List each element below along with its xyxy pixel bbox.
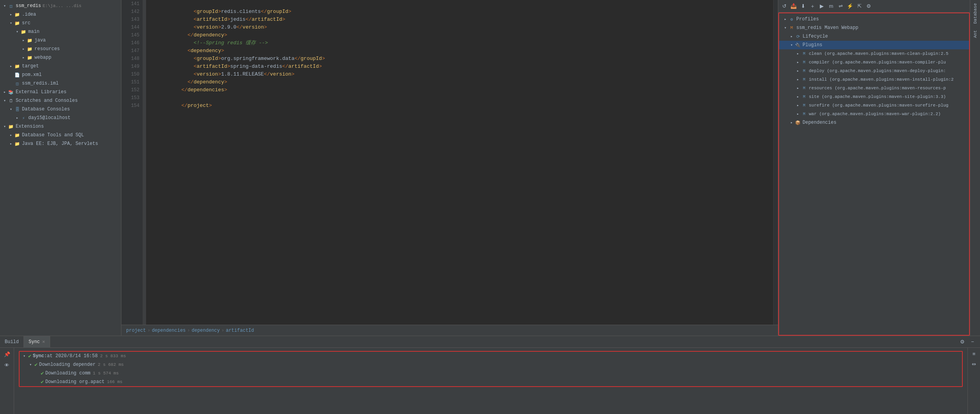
arrow-deploy [795, 68, 801, 74]
tree-item-target[interactable]: 📁 target [0, 62, 121, 71]
sync-tab[interactable]: Sync ✕ [24, 336, 50, 348]
maven-item-site[interactable]: M site (org.apache.maven.plugins:maven-s… [779, 92, 969, 101]
download-button[interactable]: ⬇ [799, 2, 807, 11]
bottom-settings-btn[interactable]: ⚙ [958, 338, 967, 346]
tree-item-ext-libs[interactable]: 📚 External Libraries [0, 88, 121, 96]
module-icon-iml: ◫ [14, 80, 20, 87]
tree-item-iml[interactable]: ◫ ssm_redis.iml [0, 79, 121, 88]
tree-item-scratches[interactable]: 🗒 Scratches and Consoles [0, 96, 121, 105]
tree-item-src[interactable]: 📁 src [0, 19, 121, 27]
sync-tab-close[interactable]: ✕ [42, 339, 45, 345]
tree-label-pom: pom.xml [22, 72, 42, 78]
editor-content: 141 142 143 144 145 146 147 148 149 150 … [121, 0, 778, 325]
tree-item-day15[interactable]: ⚡ day15@localhost [0, 114, 121, 122]
maven-icon: M [788, 25, 795, 31]
arrow-extensions [2, 123, 8, 130]
maven-item-clean[interactable]: M clean (org.apache.maven.plugins:maven-… [779, 49, 969, 58]
maven-item-dependencies[interactable]: 📦 Dependencies [779, 118, 969, 127]
breadcrumb-artifactid[interactable]: artifactId [226, 328, 254, 333]
tree-item-resources[interactable]: 📁 resources [0, 45, 121, 53]
arrow-ssm-redis [2, 3, 8, 9]
deps-icon: 📦 [795, 119, 801, 126]
add-button[interactable]: ＋ [808, 2, 817, 11]
bottom-right-toolbar: ≡ ⇔ [967, 348, 980, 414]
build-row-apache: ✔ Downloading org.apact 166 ms [32, 378, 962, 386]
breadcrumb-sep-3: › [221, 328, 224, 333]
tree-label-ext-libs: External Libraries [16, 89, 67, 95]
build-tab[interactable]: Build [0, 336, 24, 348]
arrow-webapp-maven [782, 25, 788, 31]
maven-item-plugins[interactable]: 🔌 Plugins [779, 41, 969, 49]
deploy-icon: M [801, 68, 807, 74]
arrow-install [795, 76, 801, 83]
tree-item-java[interactable]: 📁 java [0, 36, 121, 45]
maven-item-surefire[interactable]: M surefire (org.apache.maven.plugins:mav… [779, 101, 969, 110]
fold-bar [143, 0, 146, 325]
maven-label-lifecycle: Lifecycle [803, 34, 828, 39]
maven-item-deploy[interactable]: M deploy (org.apache.maven.plugins:maven… [779, 67, 969, 75]
tree-item-main[interactable]: 📁 main [0, 27, 121, 36]
database-tab[interactable]: Database [972, 0, 978, 27]
toggle-button[interactable]: ⇌ [836, 2, 845, 11]
scroll-indicator[interactable] [773, 0, 778, 325]
breadcrumb-dependencies[interactable]: dependencies [152, 328, 186, 333]
bottom-minimize-btn[interactable]: − [968, 338, 977, 346]
maven-label-plugins: Plugins [803, 42, 822, 48]
tree-item-webapp[interactable]: 📁 webapp [0, 53, 121, 62]
ant-tab[interactable]: Ant [972, 27, 978, 41]
arrow-scratches [2, 98, 8, 104]
arrow-site [795, 94, 801, 100]
maven-panel: ↺ 📥 ⬇ ＋ ▶ m ⇌ ⚡ ⇱ ⚙ ⚙ Profiles M ssm_red… [778, 0, 970, 336]
bottom-sidebar: 📌 👁 [0, 348, 14, 414]
settings-button[interactable]: ⚙ [864, 2, 873, 11]
maven-item-webapp[interactable]: M ssm_redis Maven Webapp [779, 24, 969, 32]
maven-tree: ⚙ Profiles M ssm_redis Maven Webapp ⟳ Li… [778, 13, 970, 336]
generate-button[interactable]: ⚡ [846, 2, 854, 11]
tree-label-iml: ssm_redis.iml [22, 81, 59, 86]
maven-item-resources[interactable]: M resources (org.apache.maven.plugins:ma… [779, 84, 969, 92]
wrap-button[interactable]: ⇔ [970, 360, 978, 368]
line-numbers: 141 142 143 144 145 146 147 148 149 150 … [121, 0, 143, 325]
breadcrumb-project[interactable]: project [126, 328, 146, 333]
code-editor[interactable]: <groupId>redis.clients</groupId> <artifa… [146, 0, 773, 325]
filter-button[interactable]: ≡ [970, 349, 978, 358]
maven-item-war[interactable]: M war (org.apache.maven.plugins:maven-wa… [779, 110, 969, 118]
import-button[interactable]: 📥 [789, 2, 798, 11]
code-line-151: </dependencies> [151, 78, 768, 86]
collapse-button[interactable]: ⇱ [855, 2, 864, 11]
tree-label-ssm-redis: ssm_redis [16, 3, 41, 9]
tree-label-scratches: Scratches and Consoles [16, 98, 78, 103]
eye-button[interactable]: 👁 [2, 360, 12, 370]
tree-item-db-tools[interactable]: 📁 Database Tools and SQL [0, 131, 121, 139]
arrow-sync [21, 353, 27, 359]
refresh-button[interactable]: ↺ [780, 2, 788, 11]
tree-item-idea[interactable]: 📁 .idea [0, 10, 121, 19]
arrow-webapp [20, 54, 27, 61]
editor-area: 141 142 143 144 145 146 147 148 149 150 … [121, 0, 778, 336]
project-sidebar: ◫ ssm_redis E:\ja... ...dis 📁 .idea 📁 sr… [0, 0, 121, 336]
tree-label-main: main [28, 29, 40, 34]
maven-label-deps: Dependencies [803, 120, 836, 125]
xml-icon-pom: 📄 [14, 72, 20, 78]
maven-label-install: install (org.apache.maven.plugins:maven-… [809, 77, 954, 82]
arrow-src [8, 20, 14, 26]
tree-item-db-consoles[interactable]: 🗄 Database Consoles [0, 105, 121, 114]
code-line-147: <groupId>org.springframework.data</group… [151, 47, 768, 55]
pin-button[interactable]: 📌 [2, 349, 12, 359]
arrow-depender [27, 362, 34, 368]
tree-item-pom[interactable]: 📄 pom.xml [0, 71, 121, 79]
maven-item-lifecycle[interactable]: ⟳ Lifecycle [779, 32, 969, 41]
tree-item-extensions[interactable]: 📁 Extensions [0, 122, 121, 131]
tree-item-ssm-redis[interactable]: ◫ ssm_redis E:\ja... ...dis [0, 2, 121, 10]
arrow-lifecycle [788, 33, 795, 40]
maven-m-button[interactable]: m [827, 2, 835, 11]
check-depender: ✔ [34, 362, 38, 368]
maven-item-compiler[interactable]: M compiler (org.apache.maven.plugins:mav… [779, 58, 969, 67]
run-button[interactable]: ▶ [817, 2, 826, 11]
maven-item-install[interactable]: M install (org.apache.maven.plugins:mave… [779, 75, 969, 84]
maven-item-profiles[interactable]: ⚙ Profiles [779, 15, 969, 24]
tree-item-javaee[interactable]: 📁 Java EE: EJB, JPA, Servlets [0, 139, 121, 148]
breadcrumb-dependency[interactable]: dependency [192, 328, 220, 333]
code-line-153: </project> [151, 94, 768, 102]
surefire-icon: M [801, 102, 807, 108]
